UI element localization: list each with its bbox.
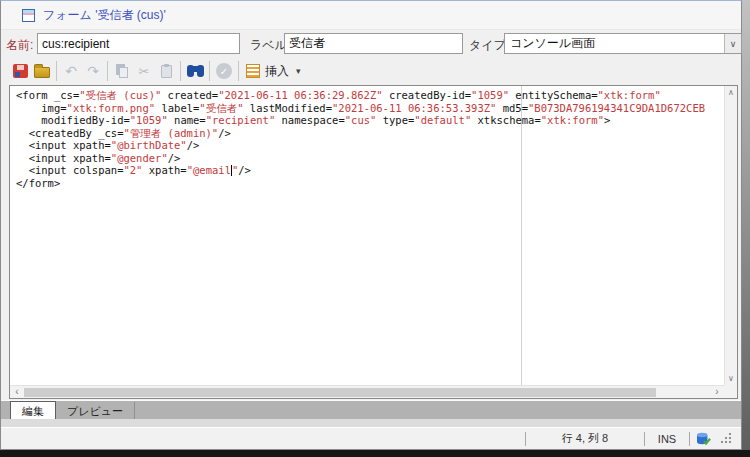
toolbar-separator	[56, 61, 57, 81]
name-input[interactable]	[37, 33, 240, 54]
open-button[interactable]	[31, 60, 53, 82]
code-line: <createdBy _cs="管理者 (admin)"/>	[16, 127, 724, 140]
scrollbar-corner	[724, 385, 737, 398]
xml-string: "1059"	[130, 114, 168, 126]
xml-markup: <form _cs=	[16, 89, 79, 101]
code-line: img="xtk:form.png" label="受信者" lastModif…	[16, 102, 724, 115]
code-line: <form _cs="受信者 (cus)" created="2021-06-1…	[16, 89, 724, 102]
database-status-icon	[690, 432, 716, 446]
vertical-scrollbar[interactable]: ∧ ∨	[724, 86, 737, 385]
scrollbar-thumb[interactable]	[24, 388, 656, 397]
xml-string: "2021-06-11 06:36:29.862Z"	[218, 89, 382, 101]
xml-string: "1059"	[471, 89, 509, 101]
folder-icon	[34, 67, 50, 78]
xml-markup: />	[187, 139, 200, 151]
status-spacer	[1, 419, 741, 427]
copy-button[interactable]	[111, 60, 133, 82]
xml-string: "管理者 (admin)"	[123, 127, 218, 139]
xml-string: "xtk:form.png"	[67, 102, 156, 114]
xml-markup: />	[238, 164, 251, 176]
tab-preview[interactable]: プレビュー	[56, 402, 135, 419]
xml-string: "xtk:form"	[598, 89, 661, 101]
xml-markup: >	[604, 114, 610, 126]
redo-icon: ↷	[87, 64, 99, 78]
name-field-label: 名前:	[6, 37, 33, 54]
dropdown-caret-icon: ▾	[296, 66, 301, 76]
screen: フォーム '受信者 (cus)' 名前: ラベル: タイプ: コンソール画面 ∨…	[0, 0, 750, 457]
page-title: フォーム '受信者 (cus)'	[43, 7, 166, 24]
type-select[interactable]: コンソール画面 ∨	[504, 33, 742, 54]
xml-markup: namespace=	[275, 114, 345, 126]
insert-button-label: 挿入	[265, 63, 289, 80]
scroll-up-icon[interactable]: ∧	[728, 88, 734, 97]
validate-button[interactable]: ✓	[213, 60, 235, 82]
xml-markup: createdBy-id=	[383, 89, 472, 101]
status-bar: 行 4, 列 8 INS	[1, 427, 741, 449]
cut-icon: ✂	[139, 65, 150, 78]
code-line: <input xpath="@gender"/>	[16, 152, 724, 165]
xml-markup: <input colspan=	[16, 164, 123, 176]
xml-markup: entitySchema=	[509, 89, 598, 101]
cut-button[interactable]: ✂	[133, 60, 155, 82]
code-line: modifiedBy-id="1059" name="recipient" na…	[16, 114, 724, 127]
scroll-down-icon[interactable]: ∨	[728, 374, 734, 383]
window-shadow-bottom	[0, 450, 750, 457]
xml-string: "B073DA796194341C9DA1D672CEB	[528, 102, 705, 114]
xml-editor[interactable]: <form _cs="受信者 (cus)" created="2021-06-1…	[9, 85, 738, 399]
xml-markup: xtkschema=	[471, 114, 541, 126]
toolbar-separator	[107, 61, 108, 81]
title-bar: フォーム '受信者 (cus)'	[1, 1, 741, 30]
save-icon	[13, 64, 28, 78]
xml-string: "@gender"	[111, 152, 168, 164]
find-button[interactable]	[184, 60, 206, 82]
label-input[interactable]	[284, 33, 463, 54]
form-editor-window: フォーム '受信者 (cus)' 名前: ラベル: タイプ: コンソール画面 ∨…	[0, 0, 742, 450]
xml-markup: />	[218, 127, 231, 139]
insert-button[interactable]: 挿入 ▾	[242, 61, 305, 82]
type-select-value: コンソール画面	[505, 35, 724, 52]
xml-markup: created=	[161, 89, 218, 101]
toolbar-separator	[238, 61, 239, 81]
xml-markup: />	[168, 152, 181, 164]
chevron-down-icon[interactable]: ∨	[724, 34, 741, 53]
insert-form-icon	[246, 64, 260, 78]
code-line: <input colspan="2" xpath="@email"/>	[16, 164, 724, 177]
xml-string: "default"	[414, 114, 471, 126]
xml-markup: <input xpath=	[16, 139, 111, 151]
cursor-position: 行 4, 列 8	[526, 431, 644, 446]
xml-string: "受信者 (cus)"	[79, 89, 161, 101]
xml-markup: <input xpath=	[16, 152, 111, 164]
xml-markup: modifiedBy-id=	[16, 114, 130, 126]
check-circle-icon: ✓	[216, 63, 232, 79]
resize-grip[interactable]	[720, 432, 733, 445]
code-line: </form>	[16, 177, 724, 190]
code-line: <input xpath="@birthDate"/>	[16, 139, 724, 152]
code-area[interactable]: <form _cs="受信者 (cus)" created="2021-06-1…	[10, 86, 724, 385]
xml-markup: name=	[168, 114, 206, 126]
toolbar-separator	[180, 61, 181, 81]
undo-icon: ↶	[65, 64, 77, 78]
insert-mode-indicator: INS	[645, 433, 689, 445]
horizontal-scrollbar[interactable]: ‹ ›	[10, 385, 724, 398]
redo-button[interactable]: ↷	[82, 60, 104, 82]
xml-string: "@email	[187, 164, 231, 176]
xml-string: "受信者"	[199, 102, 243, 114]
xml-string: "2021-06-11 06:36:53.393Z"	[332, 102, 496, 114]
copy-icon	[119, 67, 128, 78]
xml-string: "@birthDate"	[111, 139, 187, 151]
xml-string: "cus"	[345, 114, 377, 126]
tab-edit[interactable]: 編集	[10, 401, 56, 419]
xml-markup: xpath=	[142, 164, 186, 176]
xml-markup: img=	[16, 102, 67, 114]
scroll-left-icon[interactable]: ‹	[10, 386, 24, 398]
undo-button[interactable]: ↶	[60, 60, 82, 82]
xml-markup: type=	[376, 114, 414, 126]
scroll-right-icon[interactable]: ›	[710, 386, 724, 398]
xml-string: "2"	[123, 164, 142, 176]
xml-markup: label=	[155, 102, 199, 114]
save-button[interactable]	[9, 60, 31, 82]
paste-button[interactable]	[155, 60, 177, 82]
xml-markup: lastModified=	[244, 102, 333, 114]
xml-markup: md5=	[496, 102, 528, 114]
xml-markup: </form>	[16, 177, 60, 189]
